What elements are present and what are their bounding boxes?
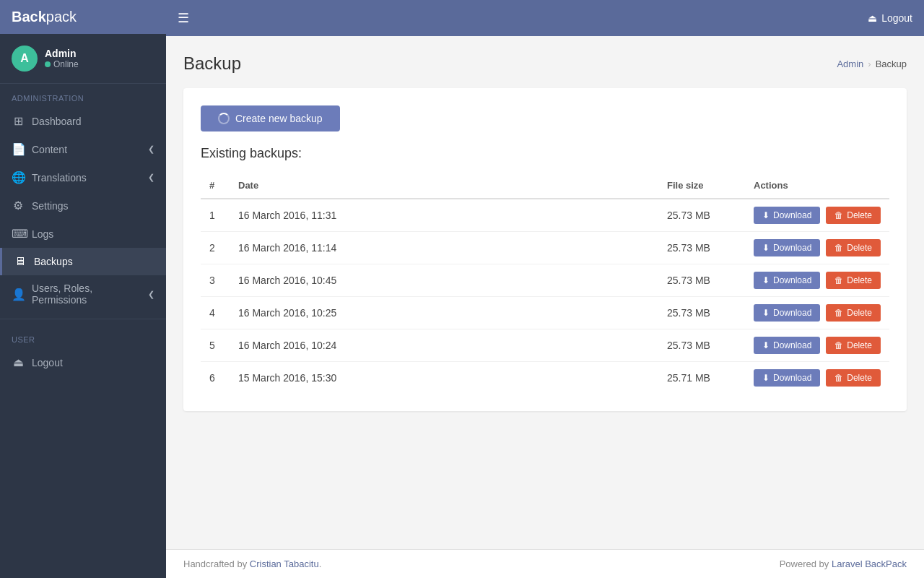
delete-button[interactable]: 🗑 Delete	[826, 304, 881, 322]
breadcrumb-home[interactable]: Admin	[837, 59, 863, 69]
delete-button[interactable]: 🗑 Delete	[826, 207, 881, 224]
table-row: 4 16 March 2016, 10:25 25.73 MB ⬇ Downlo…	[201, 297, 889, 329]
delete-button[interactable]: 🗑 Delete	[826, 337, 881, 354]
topbar-left: ☰	[178, 10, 189, 26]
row-num: 2	[201, 232, 230, 264]
row-file-size: 25.73 MB	[658, 232, 745, 264]
table-row: 5 16 March 2016, 10:24 25.73 MB ⬇ Downlo…	[201, 329, 889, 362]
sidebar-item-settings[interactable]: ⚙ Settings	[0, 191, 166, 220]
delete-button[interactable]: 🗑 Delete	[826, 272, 881, 289]
download-icon: ⬇	[762, 373, 770, 383]
sidebar-section-user-label: USER	[0, 325, 166, 348]
brand-name: Backpack	[12, 9, 77, 25]
row-actions: ⬇ Download 🗑 Delete	[745, 362, 889, 394]
breadcrumb-separator: ›	[868, 59, 871, 69]
trash-icon: 🗑	[834, 243, 843, 253]
sidebar-item-translations[interactable]: 🌐 Translations ❮	[0, 163, 166, 191]
sidebar-item-dashboard[interactable]: ⊞ Dashboard	[0, 107, 166, 135]
chevron-right-icon: ❮	[148, 290, 154, 299]
row-actions: ⬇ Download 🗑 Delete	[745, 264, 889, 297]
page-header: Backup Admin › Backup	[183, 53, 907, 74]
table-row: 2 16 March 2016, 11:14 25.73 MB ⬇ Downlo…	[201, 232, 889, 264]
user-name: Admin	[45, 48, 79, 59]
sidebar-item-logs[interactable]: ⌨ Logs	[0, 220, 166, 248]
logout-icon: ⏏	[868, 12, 877, 24]
row-actions: ⬇ Download 🗑 Delete	[745, 329, 889, 362]
download-icon: ⬇	[762, 210, 770, 220]
main-content: Backup Admin › Backup Create new backup …	[166, 36, 924, 549]
topbar-right: ⏏ Logout	[868, 12, 912, 24]
row-num: 5	[201, 329, 230, 362]
row-file-size: 25.73 MB	[658, 297, 745, 329]
sidebar-item-users-roles[interactable]: 👤 Users, Roles, Permissions ❮	[0, 275, 166, 313]
sidebar-item-label: Translations	[32, 172, 141, 184]
row-date: 16 March 2016, 10:24	[230, 329, 658, 362]
sidebar-item-label: Settings	[32, 200, 154, 212]
backups-icon: 🖥	[14, 255, 27, 268]
create-backup-button[interactable]: Create new backup	[201, 105, 340, 131]
chevron-right-icon: ❮	[148, 173, 154, 182]
row-date: 16 March 2016, 10:25	[230, 297, 658, 329]
main-wrapper: ☰ ⏏ Logout Backup Admin › Backup	[166, 0, 924, 578]
col-header-date: Date	[230, 173, 658, 199]
trash-icon: 🗑	[834, 308, 843, 318]
topbar-logout-button[interactable]: ⏏ Logout	[868, 12, 912, 24]
breadcrumb-current: Backup	[876, 59, 907, 69]
row-num: 4	[201, 297, 230, 329]
footer: Handcrafted by Cristian Tabacitu. Powere…	[166, 549, 924, 578]
footer-framework-link[interactable]: Laravel BackPack	[832, 558, 907, 569]
sidebar-brand: Backpack	[0, 0, 166, 34]
download-button[interactable]: ⬇ Download	[754, 207, 820, 224]
row-num: 3	[201, 264, 230, 297]
logs-icon: ⌨	[12, 227, 25, 241]
trash-icon: 🗑	[834, 275, 843, 285]
download-button[interactable]: ⬇ Download	[754, 304, 820, 322]
sidebar-item-label: Content	[32, 144, 141, 155]
spinner-icon	[218, 113, 230, 124]
col-header-num: #	[201, 173, 230, 199]
row-date: 16 March 2016, 11:14	[230, 232, 658, 264]
sidebar-divider	[0, 319, 166, 319]
row-date: 16 March 2016, 10:45	[230, 264, 658, 297]
row-file-size: 25.71 MB	[658, 362, 745, 394]
sidebar-user-section: A Admin Online	[0, 34, 166, 84]
table-row: 1 16 March 2016, 11:31 25.73 MB ⬇ Downlo…	[201, 199, 889, 232]
sidebar-item-content[interactable]: 📄 Content ❮	[0, 135, 166, 163]
trash-icon: 🗑	[834, 340, 843, 350]
users-icon: 👤	[12, 288, 25, 301]
sidebar-item-label: Logout	[32, 357, 154, 368]
backup-card: Create new backup Existing backups: # Da…	[183, 88, 907, 411]
row-file-size: 25.73 MB	[658, 199, 745, 232]
download-button[interactable]: ⬇ Download	[754, 369, 820, 387]
delete-button[interactable]: 🗑 Delete	[826, 239, 881, 256]
sidebar-item-label: Logs	[32, 228, 154, 240]
trash-icon: 🗑	[834, 373, 843, 383]
row-file-size: 25.73 MB	[658, 329, 745, 362]
menu-toggle-button[interactable]: ☰	[178, 10, 189, 26]
download-button[interactable]: ⬇ Download	[754, 272, 820, 289]
download-icon: ⬇	[762, 308, 770, 318]
trash-icon: 🗑	[834, 210, 843, 220]
row-actions: ⬇ Download 🗑 Delete	[745, 232, 889, 264]
sidebar-item-backups[interactable]: 🖥 Backups	[0, 248, 166, 275]
row-date: 16 March 2016, 11:31	[230, 199, 658, 232]
dashboard-icon: ⊞	[12, 114, 25, 128]
download-icon: ⬇	[762, 275, 770, 285]
avatar: A	[12, 46, 38, 72]
backups-table: # Date File size Actions 1 16 March 2016…	[201, 173, 889, 394]
table-header: # Date File size Actions	[201, 173, 889, 199]
settings-icon: ⚙	[12, 199, 25, 212]
download-icon: ⬇	[762, 340, 770, 350]
delete-button[interactable]: 🗑 Delete	[826, 369, 881, 387]
existing-backups-title: Existing backups:	[201, 146, 889, 161]
footer-left: Handcrafted by Cristian Tabacitu.	[183, 558, 321, 569]
download-button[interactable]: ⬇ Download	[754, 239, 820, 256]
sidebar: Backpack A Admin Online ADMINISTRATION ⊞…	[0, 0, 166, 578]
download-button[interactable]: ⬇ Download	[754, 337, 820, 354]
table-body: 1 16 March 2016, 11:31 25.73 MB ⬇ Downlo…	[201, 199, 889, 394]
topbar: ☰ ⏏ Logout	[166, 0, 924, 36]
table-row: 6 15 March 2016, 15:30 25.71 MB ⬇ Downlo…	[201, 362, 889, 394]
footer-author-link[interactable]: Cristian Tabacitu	[250, 558, 319, 569]
status-dot-icon	[45, 61, 51, 67]
sidebar-item-logout[interactable]: ⏏ Logout	[0, 348, 166, 376]
